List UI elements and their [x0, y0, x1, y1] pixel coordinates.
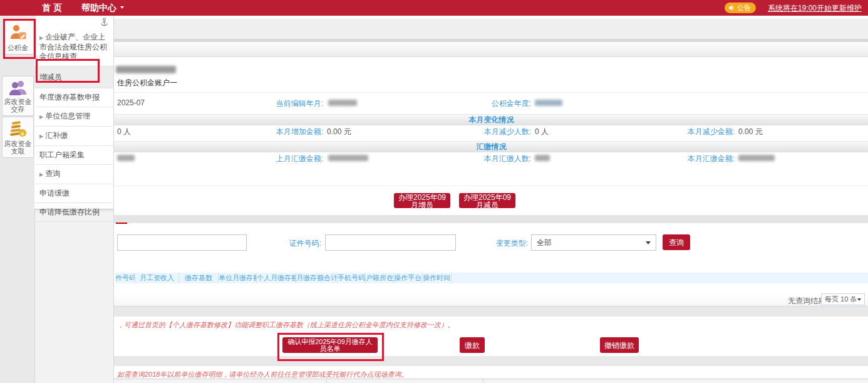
id-number-input[interactable]: [325, 234, 456, 251]
page-size-select[interactable]: 每页 10 条: [821, 293, 865, 305]
cancel-pay-button[interactable]: 撤销缴款: [600, 337, 639, 353]
members-icon: [8, 80, 28, 96]
expand-arrow-icon: ▶: [39, 172, 43, 177]
edit-month-current: 2025-07: [117, 98, 145, 107]
menu-item-annual-base[interactable]: 年度缴存基数申报: [34, 88, 113, 107]
column-divider: [326, 379, 327, 383]
col-header: 月缴存额合计: [296, 273, 338, 283]
announcement-badge: 公告: [725, 3, 756, 13]
menu-item-enterprise-check[interactable]: ▶企业破产、企业上市合法合规住房公积金信息核查: [34, 28, 113, 66]
sidebar-item-label: 房改资金交存: [3, 98, 33, 115]
col-header: 缴存基数: [179, 273, 219, 283]
remit-col1-redacted: [117, 155, 135, 161]
add-member-button[interactable]: 办理2025年09月增员: [394, 193, 450, 208]
menu-item-label: 申请缓缴: [39, 189, 70, 197]
pay-button[interactable]: 缴款: [460, 337, 485, 353]
menu-item-label: 单位信息管理: [45, 112, 90, 120]
last-remit-label: 上月汇缴金额:: [239, 154, 323, 164]
add-amount-label: 本月增加金额:: [239, 127, 323, 137]
menu-item-apply-defer[interactable]: 申请缓缴: [34, 184, 113, 203]
maintenance-notice-link[interactable]: 系统将在19:00开始更新维护: [768, 3, 862, 14]
pagination-bar: 无查询结果 每页 10 条: [114, 293, 868, 307]
col-header-filler: [452, 273, 868, 283]
tab-bar: [114, 42, 868, 57]
sidebar-item-fanggai-zhiqu[interactable]: 0 房改资金支取: [2, 117, 34, 158]
svg-text:0: 0: [21, 131, 24, 137]
col-header: 手机号码: [338, 273, 366, 283]
sidebar-item-fanggai-jiaocun[interactable]: 房改资金交存: [2, 76, 34, 116]
fund-year-value-redacted: [535, 100, 562, 106]
result-table-header: 件号码 月工资收入 缴存基数 单位月缴存额 个人月缴存额 月缴存额合计 手机号码…: [115, 273, 868, 283]
menu-item-query[interactable]: ▶查询: [34, 165, 113, 184]
divider-bar: [114, 307, 868, 317]
divider-bar: [114, 356, 868, 366]
reduce-member-button[interactable]: 办理2025年09月减员: [459, 193, 515, 208]
edit-month-value-redacted: [328, 100, 357, 106]
menu-item-hukou-collect[interactable]: 职工户籍采集: [34, 146, 113, 165]
divider: [114, 92, 868, 93]
edit-month-label: 当前编辑年月:: [239, 98, 323, 109]
col-header: 件号码: [115, 273, 135, 283]
col-header: 单位月缴存额: [219, 273, 257, 283]
account-subtitle: 住房公积金账户一: [117, 78, 177, 88]
sidebar-item-label: 房改资金支取: [3, 140, 33, 157]
company-name-redacted: [116, 66, 176, 73]
expand-arrow-icon: ▶: [39, 114, 43, 120]
column-divider: [483, 379, 483, 383]
tab-strip: [114, 215, 868, 223]
nav-home[interactable]: 首 页: [42, 0, 62, 16]
col-header: 个人月缴存额: [257, 273, 296, 283]
menu-item-apply-lower-ratio[interactable]: 申请降低缴存比例: [34, 203, 113, 222]
member-edit-icon: [9, 23, 28, 42]
announcement-badge-label: 公告: [737, 3, 751, 13]
menu-item-label: 年度缴存基数申报: [39, 93, 100, 102]
remit-amount-label: 本月汇缴金额:: [652, 154, 735, 164]
col-header: 操作平台: [394, 273, 422, 283]
add-amount-value: 0.00 元: [327, 127, 351, 137]
anchor-icon: [100, 18, 108, 27]
query-button[interactable]: 查询: [663, 234, 690, 250]
sidebar-item-gongjijin[interactable]: 公积金: [2, 19, 34, 55]
history-query-note: 如需查询2018年以前单位缴存明细，请单位经办人前往任意管理部或受托银行代办点现…: [117, 370, 408, 379]
remit-amount-value-redacted: [738, 155, 775, 161]
menu-item-label: 汇补缴: [45, 131, 68, 140]
chevron-down-icon: [120, 6, 124, 11]
add-count-value: 0 人: [117, 127, 131, 137]
remit-count-value-redacted: [535, 155, 550, 161]
menu-item-unit-info[interactable]: ▶单位信息管理: [34, 107, 113, 127]
divider: [114, 186, 868, 186]
icon-sidebar: 公积金 房改资金交存 0 房改资金支取: [0, 16, 35, 383]
menu-item-label: 查询: [45, 169, 60, 178]
change-type-select[interactable]: 全部: [531, 234, 656, 251]
name-input[interactable]: [117, 234, 247, 251]
last-remit-value-redacted: [328, 155, 368, 161]
expand-arrow-icon: ▶: [39, 35, 43, 41]
expand-arrow-icon: ▶: [39, 134, 43, 139]
section-month-change: 本月变化情况: [114, 114, 868, 125]
top-header-bar: 首 页 帮助中心 公告 系统将在19:00开始更新维护: [0, 0, 868, 16]
chevron-down-icon: [646, 241, 651, 247]
reduce-amount-label: 本月减少金额:: [652, 127, 735, 137]
panel-collapse-control[interactable]: [34, 16, 113, 28]
remit-count-label: 本月汇缴人数:: [448, 154, 531, 164]
fund-year-label: 公积金年度:: [448, 98, 531, 109]
menu-item-label: 职工户籍采集: [39, 150, 85, 159]
col-header: 月工资收入: [135, 273, 179, 283]
reduce-amount-value: 0.00 元: [738, 127, 763, 137]
speaker-icon: [728, 4, 735, 11]
confirm-declare-button[interactable]: 确认申报2025年09月缴存人员名单: [282, 337, 378, 353]
main-content: 住房公积金账户一 2025-07 当前编辑年月: 公积金年度: 本月变化情况 0…: [113, 16, 868, 383]
col-header: 操作时间: [422, 273, 452, 283]
menu-item-label: 企业破产、企业上市合法合规住房公积金信息核查: [39, 33, 107, 61]
change-type-label: 变更类型:: [458, 238, 528, 249]
base-adjust-note: ，可通过首页的【个人缴存基数修改】功能调整职工缴存基数（线上渠道住房公积金年度内…: [117, 320, 455, 330]
reduce-count-value: 0 人: [535, 127, 549, 137]
change-type-value: 全部: [537, 238, 552, 248]
nav-help-label: 帮助中心: [81, 3, 116, 13]
menu-item-zengjianyuan[interactable]: 增减员: [34, 66, 113, 88]
nav-help-center[interactable]: 帮助中心: [81, 0, 124, 16]
coins-icon: 0: [9, 120, 28, 138]
menu-item-huibujiao[interactable]: ▶汇补缴: [34, 127, 113, 146]
menu-item-label: 增减员: [39, 73, 62, 81]
empty-result-text: 无查询结果: [788, 296, 825, 307]
